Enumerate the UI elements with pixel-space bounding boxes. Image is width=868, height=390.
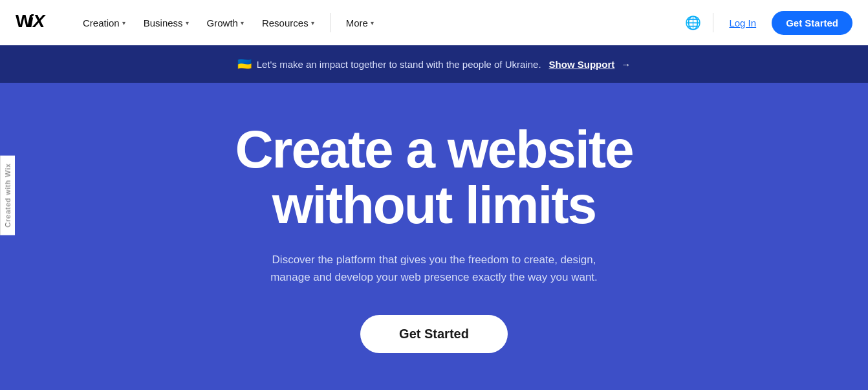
nav-item-creation[interactable]: Creation ▾ [75,12,133,34]
show-support-link[interactable]: Show Support [549,59,615,70]
hero-section: Create a website without limits Discover… [0,83,868,390]
chevron-down-icon: ▾ [311,19,314,27]
wix-logo[interactable]: W iX [16,12,54,34]
chevron-down-icon: ▾ [371,19,374,27]
login-button[interactable]: Log In [721,12,764,34]
nav-label-creation: Creation [83,17,120,28]
created-with-wix-badge: Created with Wix [0,155,15,235]
hero-subtitle: Discover the platform that gives you the… [256,251,612,286]
ukraine-support-banner: 🇺🇦 Let's make an impact together to stan… [0,45,868,83]
nav-right: 🌐 Log In Get Started [681,11,852,35]
nav-label-business: Business [144,17,183,28]
nav-label-more: More [346,17,368,28]
hero-title-line1: Create a website [235,120,633,179]
globe-icon: 🌐 [685,15,701,30]
get-started-nav-button[interactable]: Get Started [772,11,852,35]
banner-message: Let's make an impact together to stand w… [257,59,541,70]
chevron-down-icon: ▾ [122,19,125,27]
language-selector-button[interactable]: 🌐 [681,11,705,34]
nav-item-more[interactable]: More ▾ [338,12,382,34]
nav-item-growth[interactable]: Growth ▾ [199,12,252,34]
navbar: W iX Creation ▾ Business ▾ Growth ▾ Reso… [0,0,868,45]
nav-label-resources: Resources [262,17,309,28]
nav-links: Creation ▾ Business ▾ Growth ▾ Resources… [75,12,681,34]
chevron-down-icon: ▾ [241,19,244,27]
ukraine-flag-icon: 🇺🇦 [237,57,252,71]
hero-get-started-button[interactable]: Get Started [360,315,508,353]
nav-item-business[interactable]: Business ▾ [136,12,197,34]
hero-title-line2: without limits [272,175,596,234]
arrow-right-icon: → [621,59,631,70]
svg-text:iX: iX [28,12,47,30]
nav-label-growth: Growth [207,17,238,28]
chevron-down-icon: ▾ [186,19,189,27]
nav-divider [330,13,331,32]
nav-right-divider [713,13,713,32]
nav-item-resources[interactable]: Resources ▾ [254,12,322,34]
hero-title: Create a website without limits [235,122,633,233]
